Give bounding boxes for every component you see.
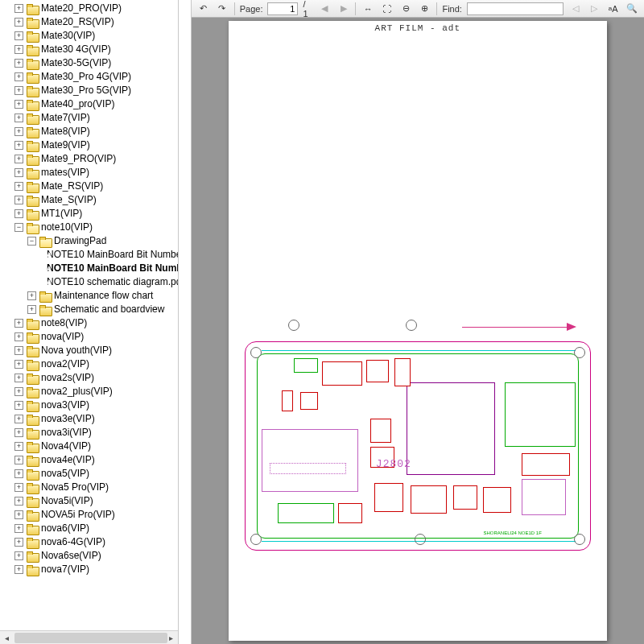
tree-item[interactable]: Nova5 Pro(VIP) xyxy=(0,481,178,494)
expand-icon[interactable] xyxy=(14,100,23,109)
expand-icon[interactable] xyxy=(14,182,23,191)
tree-item[interactable]: nova2(VIP) xyxy=(0,357,178,371)
file-tree[interactable]: Mate20_PRO(VIP)Mate20_RS(VIP)Mate30(VIP)… xyxy=(0,0,178,576)
expand-icon[interactable] xyxy=(14,374,23,382)
tree-item[interactable]: note8(VIP) xyxy=(0,316,178,330)
expand-icon[interactable] xyxy=(14,401,23,410)
expand-icon[interactable] xyxy=(14,4,23,13)
tree-item[interactable]: NOTE10 MainBoard Bit Number Ma xyxy=(0,248,178,262)
viewer-canvas[interactable]: ART FILM - adt xyxy=(192,18,644,644)
expand-icon[interactable] xyxy=(14,442,23,451)
tree-scrollbar-horizontal[interactable]: ◂ ▸ xyxy=(0,630,178,644)
expand-icon[interactable] xyxy=(14,524,23,533)
tree-item[interactable]: Maintenance flow chart xyxy=(0,289,178,303)
zoom-out-icon[interactable]: ⊖ xyxy=(398,2,413,16)
tree-item[interactable]: Mate_RS(VIP) xyxy=(0,180,178,193)
tree-item[interactable]: nova3e(VIP) xyxy=(0,412,178,426)
expand-icon[interactable] xyxy=(14,551,23,560)
expand-icon[interactable] xyxy=(14,387,23,396)
expand-icon[interactable] xyxy=(14,360,23,369)
tree-item[interactable]: nova2_plus(VIP) xyxy=(0,385,178,398)
tree-item[interactable]: Mate30_Pro 5G(VIP) xyxy=(0,84,178,97)
tree-item[interactable]: Mate30_Pro 4G(VIP) xyxy=(0,70,178,84)
fit-page-icon[interactable]: ⛶ xyxy=(380,2,394,16)
expand-icon[interactable] xyxy=(14,346,23,355)
tree-item[interactable]: Mate9(VIP) xyxy=(0,138,178,152)
expand-icon[interactable] xyxy=(14,456,23,464)
expand-icon[interactable] xyxy=(14,127,23,136)
page-input[interactable] xyxy=(267,2,298,15)
binoculars-icon[interactable]: 🔍 xyxy=(625,2,640,16)
tree-item[interactable]: Mate9_PRO(VIP) xyxy=(0,152,178,166)
expand-icon[interactable] xyxy=(14,155,23,163)
tree-item[interactable]: NOTE10 schematic diagram.pdf xyxy=(0,275,178,289)
expand-icon[interactable] xyxy=(14,483,23,492)
tree-item[interactable]: Nova youth(VIP) xyxy=(0,344,178,357)
collapse-icon[interactable] xyxy=(14,223,23,232)
expand-icon[interactable] xyxy=(14,469,23,478)
expand-icon[interactable] xyxy=(14,141,23,150)
prev-page-icon[interactable]: ◀ xyxy=(317,2,332,16)
tree-item[interactable]: Nova4(VIP) xyxy=(0,440,178,453)
next-page-icon[interactable]: ▶ xyxy=(336,2,351,16)
expand-icon[interactable] xyxy=(14,18,23,27)
expand-icon[interactable] xyxy=(14,86,23,95)
tree-item[interactable]: nova5(VIP) xyxy=(0,467,178,481)
expand-icon[interactable] xyxy=(14,168,23,177)
find-next-icon[interactable]: ▷ xyxy=(587,2,601,16)
expand-icon[interactable] xyxy=(14,319,23,328)
expand-icon[interactable] xyxy=(14,114,23,122)
tree-item[interactable]: Mate_S(VIP) xyxy=(0,193,178,207)
tree-item[interactable]: MT1(VIP) xyxy=(0,207,178,221)
rotate-left-icon[interactable]: ↶ xyxy=(196,2,211,16)
tree-item[interactable]: Mate20_PRO(VIP) xyxy=(0,2,178,15)
tree-item[interactable]: nova4e(VIP) xyxy=(0,453,178,467)
expand-icon[interactable] xyxy=(14,31,23,40)
tree-item[interactable]: Mate30(VIP) xyxy=(0,29,178,43)
expand-icon[interactable] xyxy=(14,565,23,574)
scroll-thumb[interactable] xyxy=(14,633,167,643)
tree-item[interactable]: Nova6se(VIP) xyxy=(0,549,178,563)
find-prev-icon[interactable]: ◁ xyxy=(568,2,583,16)
tree-item[interactable]: nova(VIP) xyxy=(0,330,178,344)
tree-item[interactable]: Mate8(VIP) xyxy=(0,125,178,138)
tree-item[interactable]: nova6(VIP) xyxy=(0,522,178,535)
tree-item[interactable]: mates(VIP) xyxy=(0,166,178,180)
tree-item[interactable]: nova7(VIP) xyxy=(0,563,178,576)
tree-item[interactable]: nova6-4G(VIP) xyxy=(0,535,178,549)
expand-icon[interactable] xyxy=(14,497,23,506)
tree-item[interactable]: Mate20_RS(VIP) xyxy=(0,15,178,29)
expand-icon[interactable] xyxy=(14,45,23,54)
tree-item[interactable]: Schematic and boardview xyxy=(0,303,178,316)
tree-item[interactable]: NOVA5i Pro(VIP) xyxy=(0,508,178,522)
expand-icon[interactable] xyxy=(14,510,23,519)
collapse-icon[interactable] xyxy=(27,237,36,246)
tree-item[interactable]: Mate40_pro(VIP) xyxy=(0,97,178,111)
tree-item[interactable]: nova3(VIP) xyxy=(0,398,178,412)
tree-item[interactable]: Mate7(VIP) xyxy=(0,111,178,125)
expand-icon[interactable] xyxy=(14,415,23,423)
expand-icon[interactable] xyxy=(27,291,36,300)
tree-item[interactable]: Mate30 4G(VIP) xyxy=(0,43,178,56)
match-case-icon[interactable]: aA xyxy=(606,2,621,16)
tree-item[interactable]: nova2s(VIP) xyxy=(0,371,178,385)
expand-icon[interactable] xyxy=(14,72,23,81)
fit-width-icon[interactable]: ↔ xyxy=(361,2,375,16)
tree-item[interactable]: NOTE10 MainBoard Bit Number M xyxy=(0,262,178,275)
zoom-in-icon[interactable]: ⊕ xyxy=(418,2,432,16)
expand-icon[interactable] xyxy=(14,196,23,204)
expand-icon[interactable] xyxy=(14,538,23,547)
tree-item[interactable]: nova3i(VIP) xyxy=(0,426,178,440)
tree-item[interactable]: note10(VIP) xyxy=(0,221,178,234)
rotate-right-icon[interactable]: ↷ xyxy=(215,2,229,16)
scroll-left-arrow-icon[interactable]: ◂ xyxy=(0,631,14,645)
expand-icon[interactable] xyxy=(14,428,23,437)
expand-icon[interactable] xyxy=(14,209,23,218)
splitter[interactable] xyxy=(179,0,191,644)
find-input[interactable] xyxy=(467,2,564,15)
tree-item[interactable]: Mate30-5G(VIP) xyxy=(0,56,178,70)
expand-icon[interactable] xyxy=(14,59,23,68)
expand-icon[interactable] xyxy=(27,305,36,314)
tree-item[interactable]: Nova5i(VIP) xyxy=(0,494,178,508)
tree-item[interactable]: DrawingPad xyxy=(0,234,178,248)
